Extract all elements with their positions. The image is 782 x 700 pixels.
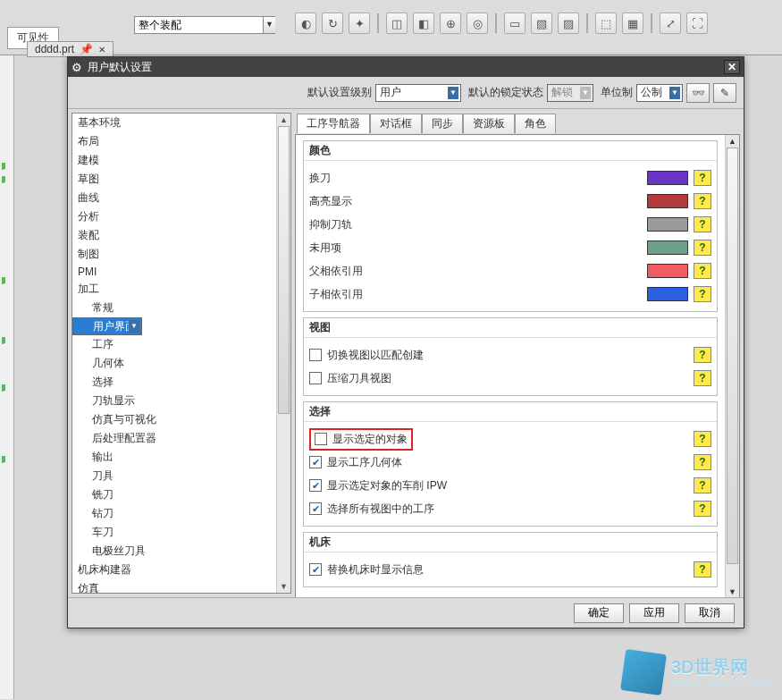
tool-icon[interactable]: ⤢	[660, 13, 681, 34]
tool-icon[interactable]: ✦	[349, 13, 370, 34]
tree-item[interactable]: 钻刀	[72, 504, 276, 523]
tab-2[interactable]: 同步	[422, 114, 463, 133]
help-icon[interactable]: ?	[694, 170, 711, 186]
level-select[interactable]: 用户	[375, 84, 461, 102]
setting-row: 切换视图以匹配创建?	[309, 343, 711, 367]
level-label: 默认设置级别	[307, 85, 372, 100]
close-icon[interactable]: ✕	[724, 60, 740, 74]
dropdown-icon[interactable]: ▼	[263, 17, 275, 33]
help-icon[interactable]: ?	[694, 240, 711, 256]
tree-item[interactable]: 后处理配置器	[72, 429, 276, 448]
setting-row: 子相依引用?	[309, 283, 711, 306]
checkbox[interactable]	[309, 563, 322, 576]
tab-0[interactable]: 工序导航器	[297, 114, 370, 133]
tree-item[interactable]: 仿真与可视化	[72, 410, 276, 429]
pin-icon[interactable]: 📌	[80, 43, 93, 55]
help-icon[interactable]: ?	[694, 454, 711, 470]
tree-scrollbar[interactable]: ▲▼	[276, 114, 290, 593]
tool-icon[interactable]: ◎	[467, 13, 488, 34]
highlighted-option: 显示选定的对象	[309, 428, 413, 451]
color-swatch[interactable]	[647, 171, 688, 185]
tree-item[interactable]: 铣刀	[72, 485, 276, 504]
tab-4[interactable]: 角色	[515, 114, 556, 133]
tree-item[interactable]: 曲线	[72, 189, 276, 207]
help-icon[interactable]: ?	[694, 561, 711, 578]
checkbox[interactable]	[309, 456, 322, 468]
setting-label: 显示工序几何体	[327, 455, 402, 470]
tool-icon[interactable]: ▧	[531, 13, 552, 34]
tree-item[interactable]: 选择	[72, 373, 276, 392]
help-icon[interactable]: ?	[694, 193, 711, 209]
tree-item[interactable]: 用户界面	[72, 317, 142, 335]
setting-row: 选择所有视图中的工序?	[309, 497, 711, 520]
tree-item[interactable]: 分析	[72, 207, 276, 226]
help-icon[interactable]: ?	[694, 370, 711, 386]
wand-icon[interactable]: ✎	[713, 83, 736, 103]
help-icon[interactable]: ?	[694, 431, 711, 447]
tree-item[interactable]: 车刀	[72, 523, 276, 542]
help-icon[interactable]: ?	[694, 501, 711, 517]
tool-icon[interactable]: ▭	[504, 13, 526, 34]
help-icon[interactable]: ?	[694, 263, 711, 279]
help-icon[interactable]: ?	[694, 216, 711, 232]
file-tab[interactable]: dddd.prt 📌 ✕	[27, 41, 114, 57]
tree-item[interactable]: 基本环境	[72, 114, 276, 132]
tree-item[interactable]: 建模	[72, 151, 276, 170]
color-swatch[interactable]	[647, 264, 688, 278]
checkbox[interactable]	[309, 349, 322, 361]
help-icon[interactable]: ?	[694, 477, 711, 493]
tool-icon[interactable]: ▦	[622, 13, 643, 34]
tree-item[interactable]: 机床构建器	[72, 561, 276, 579]
tree-item[interactable]: 工序	[72, 335, 276, 354]
separator	[495, 13, 497, 33]
checkbox[interactable]	[309, 479, 322, 492]
assembly-select[interactable]	[134, 16, 275, 34]
tree-item[interactable]: 装配	[72, 226, 276, 245]
help-icon[interactable]: ?	[694, 347, 711, 363]
tree-item[interactable]: 草图	[72, 170, 276, 189]
tool-icon[interactable]: ↻	[322, 13, 343, 34]
tree-item[interactable]: 常规	[72, 299, 276, 317]
apply-button[interactable]: 应用	[629, 603, 679, 623]
tool-icon[interactable]: ⬚	[595, 13, 617, 34]
color-swatch[interactable]	[647, 287, 688, 301]
tree-item[interactable]: 加工	[72, 280, 276, 299]
tree-item[interactable]: 输出	[72, 448, 276, 467]
tree-item[interactable]: 仿真	[72, 579, 276, 593]
color-swatch[interactable]	[647, 240, 688, 255]
tool-icon[interactable]: ◐	[295, 13, 316, 34]
setting-label: 切换视图以匹配创建	[327, 348, 424, 363]
content-scrollbar[interactable]: ▲▼	[725, 135, 739, 597]
tree-item[interactable]: 几何体	[72, 354, 276, 373]
color-swatch[interactable]	[647, 217, 688, 232]
tab-3[interactable]: 资源板	[463, 114, 515, 133]
cancel-button[interactable]: 取消	[685, 603, 735, 623]
tree-item[interactable]: PMI	[72, 264, 276, 280]
setting-label: 压缩刀具视图	[327, 371, 391, 386]
unit-select[interactable]: 公制	[636, 84, 683, 102]
tab-1[interactable]: 对话框	[370, 114, 422, 133]
tree-item[interactable]: 刀轨显示	[72, 392, 276, 410]
help-icon[interactable]: ?	[694, 286, 711, 302]
checkbox[interactable]	[315, 433, 327, 445]
setting-label: 换刀	[309, 171, 647, 186]
checkbox[interactable]	[309, 372, 322, 384]
tool-icon[interactable]: ◫	[386, 13, 408, 34]
glasses-icon[interactable]: 👓	[686, 83, 710, 103]
watermark: 3D世界网 WWW.3DSJW.COM	[623, 652, 771, 693]
ok-button[interactable]: 确定	[574, 603, 624, 623]
dialog-footer: 确定 应用 取消	[68, 597, 744, 628]
unit-label: 单位制	[601, 85, 633, 100]
tree-item[interactable]: 布局	[72, 132, 276, 151]
tool-icon[interactable]: ⛶	[686, 13, 708, 34]
color-swatch[interactable]	[647, 194, 688, 208]
tool-icon[interactable]: ⊕	[440, 13, 461, 34]
dialog-topbar: 默认设置级别 用户 默认的锁定状态 解锁 单位制 公制 👓 ✎	[68, 77, 744, 109]
tool-icon[interactable]: ▨	[558, 13, 579, 34]
checkbox[interactable]	[309, 502, 322, 515]
tree-item[interactable]: 电极丝刀具	[72, 542, 276, 561]
tree-item[interactable]: 刀具	[72, 467, 276, 485]
tool-icon[interactable]: ◧	[413, 13, 434, 34]
close-tab-icon[interactable]: ✕	[98, 45, 105, 55]
tree-item[interactable]: 制图	[72, 245, 276, 264]
